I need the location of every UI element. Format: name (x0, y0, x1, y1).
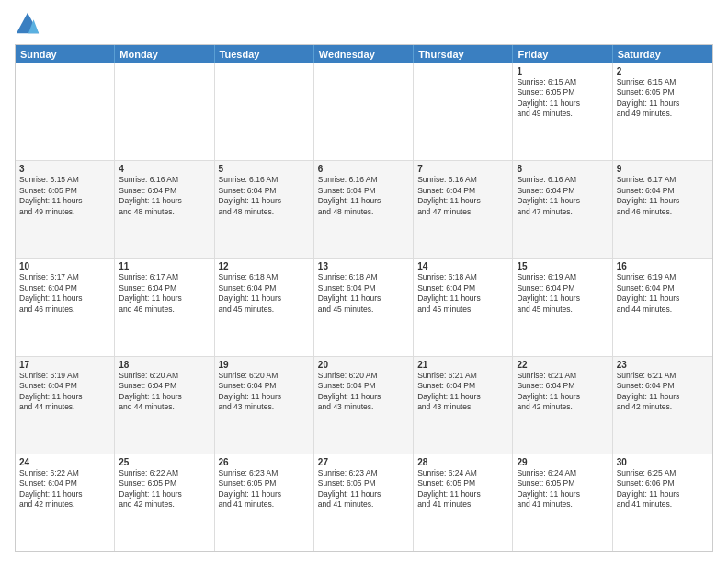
day-number: 5 (219, 164, 310, 174)
sun-info: Sunrise: 6:18 AM Sunset: 6:04 PM Dayligh… (219, 272, 310, 315)
calendar-cell: 20Sunrise: 6:20 AM Sunset: 6:04 PM Dayli… (314, 357, 414, 454)
day-number: 10 (19, 261, 110, 271)
calendar-cell: 25Sunrise: 6:22 AM Sunset: 6:05 PM Dayli… (115, 454, 214, 551)
sun-info: Sunrise: 6:18 AM Sunset: 6:04 PM Dayligh… (318, 272, 409, 315)
header-cell-thursday: Thursday (414, 45, 513, 63)
calendar-row: 1Sunrise: 6:15 AM Sunset: 6:05 PM Daylig… (16, 63, 712, 160)
calendar-cell: 7Sunrise: 6:16 AM Sunset: 6:04 PM Daylig… (414, 161, 513, 258)
calendar-row: 24Sunrise: 6:22 AM Sunset: 6:04 PM Dayli… (16, 454, 712, 551)
sun-info: Sunrise: 6:21 AM Sunset: 6:04 PM Dayligh… (617, 371, 709, 413)
sun-info: Sunrise: 6:16 AM Sunset: 6:04 PM Dayligh… (318, 175, 409, 217)
header-cell-tuesday: Tuesday (215, 45, 314, 63)
day-number: 14 (417, 261, 508, 271)
calendar-cell (115, 63, 214, 160)
day-number: 4 (119, 164, 210, 174)
sun-info: Sunrise: 6:15 AM Sunset: 6:05 PM Dayligh… (19, 175, 110, 217)
calendar-cell: 3Sunrise: 6:15 AM Sunset: 6:05 PM Daylig… (16, 161, 115, 258)
day-number: 8 (517, 164, 608, 174)
calendar-cell (16, 63, 115, 160)
calendar-cell (414, 63, 513, 160)
sun-info: Sunrise: 6:22 AM Sunset: 6:04 PM Dayligh… (19, 468, 110, 511)
calendar-cell: 26Sunrise: 6:23 AM Sunset: 6:05 PM Dayli… (215, 454, 314, 551)
day-number: 19 (219, 360, 310, 370)
calendar-cell: 6Sunrise: 6:16 AM Sunset: 6:04 PM Daylig… (314, 161, 414, 258)
day-number: 17 (19, 360, 110, 370)
calendar-cell: 2Sunrise: 6:15 AM Sunset: 6:05 PM Daylig… (613, 63, 712, 160)
header-cell-wednesday: Wednesday (314, 45, 414, 63)
day-number: 26 (219, 457, 310, 467)
sun-info: Sunrise: 6:20 AM Sunset: 6:04 PM Dayligh… (219, 371, 310, 413)
day-number: 21 (417, 360, 508, 370)
calendar-cell: 1Sunrise: 6:15 AM Sunset: 6:05 PM Daylig… (513, 63, 612, 160)
sun-info: Sunrise: 6:25 AM Sunset: 6:06 PM Dayligh… (617, 468, 709, 511)
calendar-cell: 18Sunrise: 6:20 AM Sunset: 6:04 PM Dayli… (115, 357, 214, 454)
calendar-cell: 30Sunrise: 6:25 AM Sunset: 6:06 PM Dayli… (613, 454, 712, 551)
calendar-cell: 27Sunrise: 6:23 AM Sunset: 6:05 PM Dayli… (314, 454, 414, 551)
day-number: 2 (617, 66, 709, 76)
sun-info: Sunrise: 6:23 AM Sunset: 6:05 PM Dayligh… (318, 468, 409, 511)
sun-info: Sunrise: 6:21 AM Sunset: 6:04 PM Dayligh… (417, 371, 508, 413)
day-number: 15 (517, 261, 608, 271)
calendar-header: SundayMondayTuesdayWednesdayThursdayFrid… (16, 45, 712, 63)
header-cell-saturday: Saturday (613, 45, 712, 63)
calendar-cell (314, 63, 414, 160)
calendar-cell: 16Sunrise: 6:19 AM Sunset: 6:04 PM Dayli… (613, 259, 712, 355)
day-number: 28 (417, 457, 508, 467)
day-number: 11 (119, 261, 210, 271)
sun-info: Sunrise: 6:17 AM Sunset: 6:04 PM Dayligh… (617, 175, 709, 217)
sun-info: Sunrise: 6:15 AM Sunset: 6:05 PM Dayligh… (617, 77, 709, 120)
calendar-cell: 10Sunrise: 6:17 AM Sunset: 6:04 PM Dayli… (16, 259, 115, 355)
page: SundayMondayTuesdayWednesdayThursdayFrid… (0, 0, 728, 563)
sun-info: Sunrise: 6:22 AM Sunset: 6:05 PM Dayligh… (119, 468, 210, 511)
day-number: 1 (517, 66, 608, 76)
sun-info: Sunrise: 6:16 AM Sunset: 6:04 PM Dayligh… (517, 175, 608, 217)
sun-info: Sunrise: 6:17 AM Sunset: 6:04 PM Dayligh… (19, 272, 110, 315)
sun-info: Sunrise: 6:20 AM Sunset: 6:04 PM Dayligh… (318, 371, 409, 413)
header-cell-sunday: Sunday (16, 45, 115, 63)
day-number: 29 (517, 457, 608, 467)
sun-info: Sunrise: 6:20 AM Sunset: 6:04 PM Dayligh… (119, 371, 210, 413)
header (15, 11, 713, 37)
day-number: 25 (119, 457, 210, 467)
calendar-cell: 9Sunrise: 6:17 AM Sunset: 6:04 PM Daylig… (613, 161, 712, 258)
day-number: 3 (19, 164, 110, 174)
sun-info: Sunrise: 6:16 AM Sunset: 6:04 PM Dayligh… (119, 175, 210, 217)
header-cell-monday: Monday (115, 45, 214, 63)
calendar-cell: 22Sunrise: 6:21 AM Sunset: 6:04 PM Dayli… (513, 357, 612, 454)
day-number: 16 (617, 261, 709, 271)
calendar-cell: 14Sunrise: 6:18 AM Sunset: 6:04 PM Dayli… (414, 259, 513, 355)
sun-info: Sunrise: 6:17 AM Sunset: 6:04 PM Dayligh… (119, 272, 210, 315)
day-number: 23 (617, 360, 709, 370)
calendar-cell: 23Sunrise: 6:21 AM Sunset: 6:04 PM Dayli… (613, 357, 712, 454)
calendar-cell: 13Sunrise: 6:18 AM Sunset: 6:04 PM Dayli… (314, 259, 414, 355)
day-number: 22 (517, 360, 608, 370)
calendar-cell: 24Sunrise: 6:22 AM Sunset: 6:04 PM Dayli… (16, 454, 115, 551)
calendar-cell: 11Sunrise: 6:17 AM Sunset: 6:04 PM Dayli… (115, 259, 214, 355)
day-number: 30 (617, 457, 709, 467)
sun-info: Sunrise: 6:15 AM Sunset: 6:05 PM Dayligh… (517, 77, 608, 120)
day-number: 27 (318, 457, 409, 467)
calendar-body: 1Sunrise: 6:15 AM Sunset: 6:05 PM Daylig… (16, 63, 712, 551)
calendar-cell: 29Sunrise: 6:24 AM Sunset: 6:05 PM Dayli… (513, 454, 612, 551)
sun-info: Sunrise: 6:16 AM Sunset: 6:04 PM Dayligh… (219, 175, 310, 217)
day-number: 13 (318, 261, 409, 271)
day-number: 18 (119, 360, 210, 370)
calendar-row: 3Sunrise: 6:15 AM Sunset: 6:05 PM Daylig… (16, 160, 712, 258)
calendar-row: 10Sunrise: 6:17 AM Sunset: 6:04 PM Dayli… (16, 258, 712, 355)
sun-info: Sunrise: 6:21 AM Sunset: 6:04 PM Dayligh… (517, 371, 608, 413)
logo (15, 11, 44, 37)
calendar-cell: 21Sunrise: 6:21 AM Sunset: 6:04 PM Dayli… (414, 357, 513, 454)
sun-info: Sunrise: 6:18 AM Sunset: 6:04 PM Dayligh… (417, 272, 508, 315)
calendar: SundayMondayTuesdayWednesdayThursdayFrid… (15, 44, 713, 552)
calendar-cell: 19Sunrise: 6:20 AM Sunset: 6:04 PM Dayli… (215, 357, 314, 454)
sun-info: Sunrise: 6:19 AM Sunset: 6:04 PM Dayligh… (617, 272, 709, 315)
day-number: 9 (617, 164, 709, 174)
calendar-cell: 17Sunrise: 6:19 AM Sunset: 6:04 PM Dayli… (16, 357, 115, 454)
logo-icon (15, 11, 40, 37)
sun-info: Sunrise: 6:23 AM Sunset: 6:05 PM Dayligh… (219, 468, 310, 511)
day-number: 20 (318, 360, 409, 370)
sun-info: Sunrise: 6:19 AM Sunset: 6:04 PM Dayligh… (517, 272, 608, 315)
calendar-cell: 5Sunrise: 6:16 AM Sunset: 6:04 PM Daylig… (215, 161, 314, 258)
sun-info: Sunrise: 6:16 AM Sunset: 6:04 PM Dayligh… (417, 175, 508, 217)
calendar-row: 17Sunrise: 6:19 AM Sunset: 6:04 PM Dayli… (16, 356, 712, 454)
